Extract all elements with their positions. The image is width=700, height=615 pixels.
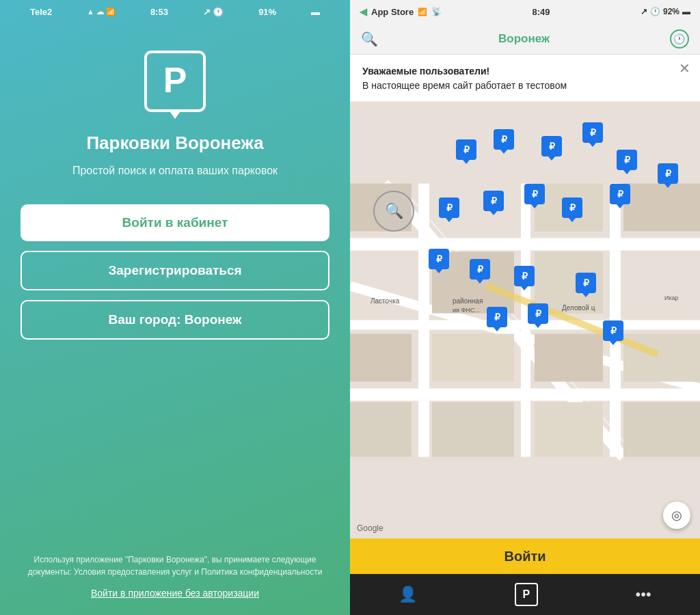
- parking-marker-1[interactable]: ₽: [456, 139, 476, 160]
- parking-marker-4[interactable]: ₽: [582, 122, 603, 143]
- svg-rect-12: [350, 334, 412, 382]
- battery-left: 91%: [258, 7, 276, 17]
- svg-rect-20: [623, 184, 700, 232]
- battery-right: 92%: [663, 7, 679, 16]
- parking-marker-7[interactable]: ₽: [439, 197, 459, 218]
- left-screen: Tele2 ▲ ☁ 📶 8:53 ↗ 🕐 91% ▬ P Парковки Во…: [0, 0, 350, 615]
- battery-icon-right: ▬: [682, 7, 690, 16]
- svg-rect-21: [350, 402, 412, 457]
- status-bar-left: Tele2 ▲ ☁ 📶 8:53 ↗ 🕐 91% ▬: [21, 0, 329, 23]
- logo-area: P: [144, 51, 206, 112]
- signal-right: 📶: [418, 8, 427, 16]
- parking-marker-13[interactable]: ₽: [470, 259, 490, 279]
- location-icon-right: ↗: [641, 7, 647, 16]
- alarm-icon-right: 🕐: [650, 7, 660, 16]
- parking-marker-14[interactable]: ₽: [514, 266, 535, 286]
- login-button[interactable]: Войти в кабинет: [21, 204, 329, 241]
- parking-marker-10[interactable]: ₽: [562, 197, 582, 218]
- parking-marker-12[interactable]: ₽: [429, 249, 449, 269]
- profile-icon: 👤: [399, 586, 417, 603]
- status-right-left-group: ◀ App Store 📶 📡: [360, 6, 442, 17]
- notification-area: ✕ Уважаемые пользователи! В настоящее вр…: [350, 55, 700, 102]
- svg-rect-14: [535, 334, 603, 382]
- parking-marker-2[interactable]: ₽: [494, 129, 514, 150]
- city-button[interactable]: Ваш город: Воронеж: [21, 300, 329, 340]
- status-right-right-group: ↗ 🕐 92% ▬: [641, 7, 690, 16]
- parking-marker-8[interactable]: ₽: [483, 191, 504, 211]
- buttons-area: Войти в кабинет Зарегистрироваться Ваш г…: [21, 204, 329, 340]
- nav-city-label: Воронеж: [498, 32, 550, 46]
- parking-marker-17[interactable]: ₽: [528, 303, 548, 324]
- app-subtitle: Простой поиск и оплата ваших парковок: [72, 163, 278, 178]
- parking-marker-18[interactable]: ₽: [603, 320, 623, 341]
- svg-text:Ласточка: Ласточка: [371, 297, 400, 305]
- svg-text:районная: районная: [453, 297, 483, 305]
- location-button[interactable]: ◎: [663, 502, 690, 529]
- parking-marker-15[interactable]: ₽: [576, 273, 596, 293]
- notification-line2: В настоящее время сайт работает в тестов…: [362, 80, 567, 91]
- close-button[interactable]: ✕: [679, 62, 690, 75]
- history-icon[interactable]: 🕐: [670, 29, 689, 49]
- svg-text:ия ФНС...: ия ФНС...: [453, 307, 480, 314]
- app-title: Парковки Воронежа: [86, 133, 263, 154]
- right-screen: ◀ App Store 📶 📡 8:49 ↗ 🕐 92% ▬ 🔍 Воронеж…: [350, 0, 700, 615]
- svg-text:Деловой ц: Деловой ц: [562, 304, 595, 312]
- svg-text:Икар: Икар: [664, 295, 679, 301]
- map-search-circle: 🔍: [373, 191, 414, 232]
- parking-marker-16[interactable]: ₽: [487, 307, 507, 327]
- svg-rect-22: [623, 402, 700, 457]
- parking-p-letter: P: [163, 62, 187, 98]
- map-login-button[interactable]: Войти: [350, 538, 700, 574]
- appstore-back-icon: ◀: [360, 6, 367, 17]
- svg-rect-6: [418, 184, 429, 457]
- notification-line1: Уважаемые пользователи!: [362, 64, 667, 79]
- parking-marker-6[interactable]: ₽: [658, 163, 678, 184]
- svg-rect-15: [623, 334, 700, 382]
- search-icon[interactable]: 🔍: [361, 31, 378, 47]
- parking-marker-11[interactable]: ₽: [610, 184, 630, 204]
- bottom-parking-p: P: [523, 588, 530, 601]
- time-right: 8:49: [533, 7, 550, 17]
- nav-bar: 🔍 Воронеж 🕐: [350, 23, 700, 55]
- svg-rect-16: [432, 402, 514, 457]
- carrier-left: Tele2: [30, 7, 52, 17]
- signal-icon: ▲ ☁ 📶: [87, 8, 116, 16]
- wifi-right: 📡: [431, 7, 442, 16]
- google-watermark: Google: [357, 523, 383, 533]
- location-icon: ◎: [671, 508, 682, 523]
- map-svg: Ласточка районная ия ФНС... Деловой ц Ик…: [350, 102, 700, 538]
- parking-marker-5[interactable]: ₽: [617, 150, 637, 170]
- map-area[interactable]: Ласточка районная ия ФНС... Деловой ц Ик…: [350, 102, 700, 538]
- more-icon: •••: [636, 586, 651, 603]
- svg-rect-13: [432, 334, 514, 382]
- bottom-profile-button[interactable]: 👤: [399, 586, 417, 603]
- status-bar-right: ◀ App Store 📶 📡 8:49 ↗ 🕐 92% ▬: [350, 0, 700, 23]
- svg-rect-17: [535, 402, 603, 457]
- register-button[interactable]: Зарегистрироваться: [21, 251, 329, 290]
- bottom-more-button[interactable]: •••: [636, 586, 651, 603]
- bottom-parking-button[interactable]: P: [515, 583, 538, 606]
- map-search-icon: 🔍: [385, 202, 403, 220]
- parking-marker-3[interactable]: ₽: [541, 136, 562, 156]
- footer-text: Используя приложение "Парковки Воронежа"…: [21, 554, 329, 578]
- battery-icon-left: ▬: [311, 7, 320, 17]
- clock-icon: 🕐: [673, 33, 685, 44]
- bottom-nav-bar: 👤 P •••: [350, 574, 700, 615]
- parking-marker-9[interactable]: ₽: [524, 184, 545, 204]
- parking-logo-icon: P: [144, 51, 206, 112]
- guest-login-link[interactable]: Войти в приложение без авторизации: [91, 588, 259, 599]
- time-left: 8:53: [150, 7, 168, 17]
- notification-text: Уважаемые пользователи! В настоящее врем…: [362, 64, 688, 93]
- appstore-label: App Store: [371, 7, 414, 17]
- location-icon-left: ↗ 🕐: [203, 7, 224, 17]
